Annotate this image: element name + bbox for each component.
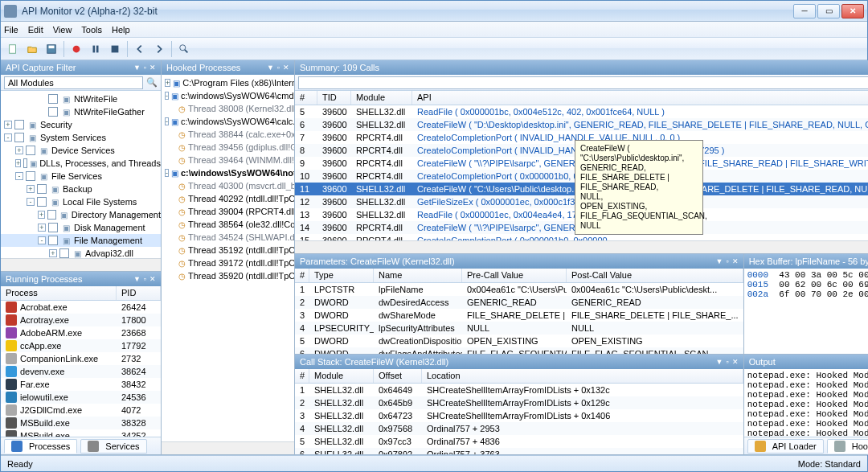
process-row[interactable]: MSBuild.exe38328 bbox=[1, 417, 161, 429]
filter-tree[interactable]: ▣NtWriteFile▣NtWriteFileGather+▣Security… bbox=[1, 91, 161, 258]
menubar: File Edit View Tools Help bbox=[1, 22, 867, 38]
tree-item[interactable]: +▣Backup bbox=[1, 183, 161, 195]
param-row[interactable]: 2DWORDdwDesiredAccessGENERIC_READGENERIC… bbox=[295, 296, 743, 309]
toolbar-forward[interactable] bbox=[150, 40, 168, 58]
param-row[interactable]: 1LPCTSTRlpFileName0x004ea61c "C:\Users\P… bbox=[295, 283, 743, 296]
hooked-item[interactable]: -▣c:\windows\SysWOW64\notepad.exe bbox=[162, 166, 294, 179]
hooked-item[interactable]: ◷Thread 35920 (ntdll.dll!TpCallbackI bbox=[162, 269, 294, 282]
process-row[interactable]: MSBuild.exe34252 bbox=[1, 429, 161, 437]
tree-item[interactable]: -▣Local File Systems bbox=[1, 195, 161, 208]
params-grid[interactable]: 1LPCTSTRlpFileName0x004ea61c "C:\Users\P… bbox=[295, 283, 743, 354]
process-row[interactable]: AdobeARM.exe23668 bbox=[1, 326, 161, 339]
hooked-item[interactable]: ◷Thread 39172 (ntdll.dll!TpCallbackI bbox=[162, 257, 294, 269]
menu-help[interactable]: Help bbox=[112, 25, 130, 35]
hex-panel-header: Hex Buffer: lpFileName - 56 bytes (Post-… bbox=[744, 254, 868, 269]
param-row[interactable]: 3DWORDdwShareModeFILE_SHARE_DELETE | FIL… bbox=[295, 309, 743, 322]
output-log[interactable]: notepad.exe: Hooked Module 0x76510000 ->… bbox=[744, 369, 868, 437]
tree-item[interactable]: -▣System Services bbox=[1, 131, 161, 144]
maximize-button[interactable]: ▭ bbox=[817, 4, 840, 18]
param-row[interactable]: 5DWORDdwCreationDispositionOPEN_EXISTING… bbox=[295, 335, 743, 347]
tree-item[interactable]: ▣NtWriteFileGather bbox=[1, 105, 161, 118]
param-row[interactable]: 4LPSECURITY_AT...lpSecurityAttributesNUL… bbox=[295, 322, 743, 335]
tree-item[interactable]: -▣File Management bbox=[1, 234, 161, 247]
process-row[interactable]: Acrotray.exe17800 bbox=[1, 314, 161, 326]
menu-tools[interactable]: Tools bbox=[81, 25, 102, 35]
summary-row[interactable]: 1539600RPCRT4.dllCreateIoCompletionPort … bbox=[295, 234, 868, 240]
menu-view[interactable]: View bbox=[53, 25, 72, 35]
svg-rect-2 bbox=[49, 45, 55, 48]
param-row[interactable]: 6DWORDdwFlagsAndAttributesFILE_FLAG_SEQU… bbox=[295, 347, 743, 354]
toolbar-back[interactable] bbox=[131, 40, 149, 58]
toolbar-record[interactable] bbox=[68, 40, 85, 58]
tree-item[interactable]: -▣File Services bbox=[1, 170, 161, 183]
toolbar-new[interactable] bbox=[4, 40, 22, 58]
toolbar-pause[interactable] bbox=[87, 40, 104, 58]
filter-combo[interactable] bbox=[4, 76, 143, 89]
tab-hooks[interactable]: Hooks bbox=[827, 439, 868, 454]
hooked-item[interactable]: ◷Thread 38844 (calc.exe+0x00830b bbox=[162, 128, 294, 141]
tree-item[interactable]: +▣DLLs, Processes, and Threads bbox=[1, 157, 161, 170]
callstack-row[interactable]: 6SHELL32.dll0x97892Ordinal757 + 3763 bbox=[295, 448, 743, 454]
hooked-tree[interactable]: +▣C:\Program Files (x86)\Internet Explor… bbox=[162, 75, 294, 441]
panel-pin-icon[interactable]: ▫ bbox=[144, 64, 146, 72]
panel-menu-icon[interactable]: ▼ bbox=[133, 64, 141, 72]
process-row[interactable]: ccApp.exe17792 bbox=[1, 339, 161, 352]
panel-close-icon[interactable]: ✕ bbox=[149, 64, 156, 72]
toolbar-stop[interactable] bbox=[106, 40, 124, 58]
hooked-item[interactable]: ◷Thread 39004 (RPCRT4.dll!RpcServ bbox=[162, 205, 294, 218]
process-row[interactable]: devenv.exe38624 bbox=[1, 365, 161, 378]
close-button[interactable]: ✕ bbox=[841, 4, 864, 18]
svg-rect-0 bbox=[10, 44, 16, 53]
hooked-item[interactable]: ◷Thread 39456 (gdiplus.dll!GdipGet bbox=[162, 141, 294, 154]
hooked-item[interactable]: ◷Thread 34524 (SHLWAPI.dll!Ordinal bbox=[162, 231, 294, 244]
process-row[interactable]: Acrobat.exe26424 bbox=[1, 301, 161, 314]
menu-file[interactable]: File bbox=[4, 25, 18, 35]
hooked-item[interactable]: +▣C:\Program Files (x86)\Internet Explor… bbox=[162, 76, 294, 89]
hooked-item[interactable]: ◷Thread 38564 (ole32.dll!CoSetStat bbox=[162, 218, 294, 231]
tree-item[interactable]: ▣NtWriteFile bbox=[1, 92, 161, 105]
summary-search-input[interactable] bbox=[298, 76, 868, 89]
tab-api-loader[interactable]: API Loader bbox=[747, 439, 824, 454]
hooked-item[interactable]: ◷Thread 38008 (Kernel32.dll!LoadL bbox=[162, 102, 294, 115]
toolbar-find[interactable] bbox=[175, 40, 193, 58]
hex-viewer[interactable]: 0000 43 00 3a 00 5c 00 55 00 73 00 65 00… bbox=[744, 269, 868, 354]
tree-item[interactable]: +▣Disk Management bbox=[1, 221, 161, 234]
hooked-item[interactable]: ◷Thread 39464 (WINMM.dll!timeEnd bbox=[162, 154, 294, 166]
hooked-item[interactable]: ◷Thread 40292 (ntdll.dll!TpCallbackI bbox=[162, 192, 294, 205]
hooked-item[interactable]: -▣c:\windows\SysWOW64\cmd.exe (Term bbox=[162, 89, 294, 102]
hooked-item[interactable]: -▣c:\windows\SysWOW64\calc.exe (Term bbox=[162, 115, 294, 128]
minimize-button[interactable]: ─ bbox=[793, 4, 816, 18]
running-panel-header: Running Processes▼▫✕ bbox=[1, 272, 161, 286]
tab-services[interactable]: Services bbox=[80, 439, 146, 454]
api-tooltip: CreateFileW ( "C:\Users\Public\desktop.i… bbox=[575, 140, 703, 235]
main-window: API Monitor v2 (Alpha-r2) 32-bit ─ ▭ ✕ F… bbox=[0, 0, 868, 472]
callstack-grid[interactable]: 1SHELL32.dll0x64649SHCreateShellItemArra… bbox=[295, 384, 743, 454]
process-row[interactable]: CompanionLink.exe2732 bbox=[1, 352, 161, 365]
tree-item[interactable]: +▣Security bbox=[1, 118, 161, 131]
window-title: API Monitor v2 (Alpha-r2) 32-bit bbox=[22, 6, 793, 17]
summary-row[interactable]: 539600SHELL32.dllReadFile ( 0x000001bc, … bbox=[295, 105, 868, 118]
menu-edit[interactable]: Edit bbox=[28, 25, 43, 35]
search-icon[interactable]: 🔍 bbox=[146, 77, 158, 88]
process-row[interactable]: Far.exe38432 bbox=[1, 378, 161, 391]
running-processes-list[interactable]: Acrobat.exe26424Acrotray.exe17800AdobeAR… bbox=[1, 301, 161, 437]
toolbar-open[interactable] bbox=[23, 40, 41, 58]
callstack-row[interactable]: 5SHELL32.dll0x97cc3Ordinal757 + 4836 bbox=[295, 435, 743, 448]
statusbar: Ready Mode: Standard bbox=[1, 455, 867, 471]
callstack-row[interactable]: 4SHELL32.dll0x97568Ordinal757 + 2953 bbox=[295, 422, 743, 435]
summary-row[interactable]: 639600SHELL32.dllCreateFileW ( "D:\Deskt… bbox=[295, 118, 868, 131]
tree-item[interactable]: +▣Directory Management bbox=[1, 208, 161, 221]
tree-item[interactable]: +▣Device Services bbox=[1, 144, 161, 157]
hooked-item[interactable]: ◷Thread 40300 (msvcrt.dll_beginthr bbox=[162, 179, 294, 192]
svg-point-7 bbox=[180, 44, 186, 50]
app-icon bbox=[4, 5, 17, 18]
callstack-row[interactable]: 3SHELL32.dll0x64723SHCreateShellItemArra… bbox=[295, 409, 743, 422]
hooked-item[interactable]: ◷Thread 35192 (ntdll.dll!TpCallbackI bbox=[162, 244, 294, 257]
process-row[interactable]: J2GDllCmd.exe4072 bbox=[1, 404, 161, 417]
callstack-row[interactable]: 1SHELL32.dll0x64649SHCreateShellItemArra… bbox=[295, 384, 743, 396]
toolbar-save[interactable] bbox=[43, 40, 60, 58]
tree-item[interactable]: +▣Advapi32.dll bbox=[1, 247, 161, 258]
tab-processes[interactable]: Processes bbox=[4, 439, 77, 454]
process-row[interactable]: ielowutil.exe24536 bbox=[1, 391, 161, 404]
callstack-row[interactable]: 2SHELL32.dll0x645b9SHCreateShellItemArra… bbox=[295, 396, 743, 409]
